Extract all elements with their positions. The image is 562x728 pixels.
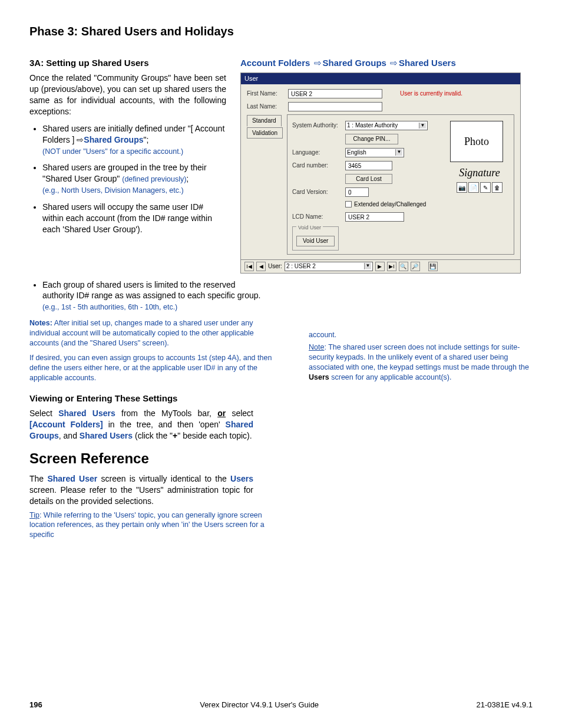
find-next-icon[interactable]: 🔎 bbox=[411, 262, 420, 271]
bullet-3: Shared users will occupy the same user I… bbox=[42, 202, 226, 235]
status-text: User is currently invalid. bbox=[400, 90, 462, 98]
window-title: User bbox=[241, 73, 520, 84]
first-name-input[interactable]: USER 2 bbox=[288, 89, 382, 98]
change-pin-button[interactable]: Change PIN... bbox=[345, 134, 398, 144]
nav-last-button[interactable]: ▶I bbox=[387, 262, 396, 271]
photo-placeholder: Photo bbox=[450, 121, 503, 162]
find-icon[interactable]: 🔍 bbox=[399, 262, 408, 271]
edit-icon[interactable]: ✎ bbox=[480, 182, 491, 193]
sub-heading-3a: 3A: Setting up Shared Users bbox=[29, 57, 226, 69]
language-label: Language: bbox=[292, 149, 345, 157]
note-right: Note: The shared user screen does not in… bbox=[309, 342, 533, 383]
card-lost-button[interactable]: Card Lost bbox=[345, 174, 392, 185]
phase-heading: Phase 3: Shared Users and Holidays bbox=[29, 24, 533, 39]
viewing-paragraph: Select Shared Users from the MyTools bar… bbox=[29, 408, 253, 442]
bullet-1: Shared users are initially defined under… bbox=[42, 123, 226, 157]
language-select[interactable]: English▼ bbox=[345, 148, 404, 157]
notes-paragraph-2: If desired, you can even assign groups t… bbox=[29, 353, 283, 383]
delete-icon[interactable]: 🗑 bbox=[492, 182, 503, 193]
breadcrumb: Account Folders ⇨Shared Groups ⇨Shared U… bbox=[240, 57, 533, 69]
footer-user-label: User: bbox=[268, 262, 282, 271]
card-number-label: Card number: bbox=[292, 162, 345, 170]
lcd-name-label: LCD Name: bbox=[292, 213, 345, 221]
user-screenshot: User First Name: USER 2 User is currentl… bbox=[240, 73, 521, 273]
void-user-button[interactable]: Void User bbox=[296, 236, 335, 246]
footer-user-select[interactable]: 2 : USER 2▼ bbox=[285, 262, 373, 271]
void-user-group: Void User Void User bbox=[292, 226, 339, 251]
card-number-input[interactable]: 3465 bbox=[345, 161, 392, 170]
save-icon[interactable]: 💾 bbox=[428, 262, 438, 271]
tab-validation[interactable]: Validation bbox=[247, 127, 283, 139]
nav-first-button[interactable]: I◀ bbox=[244, 262, 254, 271]
screen-reference-paragraph: The Shared User screen is virtually iden… bbox=[29, 473, 253, 507]
sys-authority-label: System Authority: bbox=[292, 121, 345, 130]
tab-standard[interactable]: Standard bbox=[247, 115, 282, 127]
nav-prev-button[interactable]: ◀ bbox=[256, 262, 266, 271]
tip-paragraph: Tip: While referring to the 'Users' topi… bbox=[29, 510, 265, 541]
bullet-2: Shared users are grouped in the tree by … bbox=[42, 162, 226, 196]
camera-icon[interactable]: 📷 bbox=[457, 182, 467, 193]
card-version-label: Card Version: bbox=[292, 188, 345, 196]
card-version-input[interactable]: 0 bbox=[345, 187, 369, 197]
first-name-label: First Name: bbox=[247, 90, 288, 98]
lcd-name-input[interactable]: USER 2 bbox=[345, 212, 404, 222]
last-name-label: Last Name: bbox=[247, 103, 288, 111]
extended-label: Extended delay/Challenged bbox=[354, 200, 426, 209]
signature-placeholder: Signature bbox=[450, 166, 509, 180]
tip-continuation: account. bbox=[309, 330, 533, 340]
notes-paragraph-1: Notes: After initial set up, changes mad… bbox=[29, 318, 283, 348]
screen-reference-heading: Screen Reference bbox=[29, 449, 283, 468]
bullet-4: Each group of shared users is limited to… bbox=[42, 279, 265, 313]
intro-paragraph: Once the related "Community Groups" have… bbox=[29, 73, 226, 117]
viewing-heading: Viewing or Entering These Settings bbox=[29, 393, 283, 404]
nav-next-button[interactable]: ▶ bbox=[375, 262, 385, 271]
last-name-input[interactable] bbox=[288, 102, 382, 111]
import-icon[interactable]: 📄 bbox=[468, 182, 479, 193]
extended-checkbox[interactable] bbox=[345, 201, 352, 207]
sys-authority-select[interactable]: 1 : Master Authority▼ bbox=[345, 121, 428, 130]
